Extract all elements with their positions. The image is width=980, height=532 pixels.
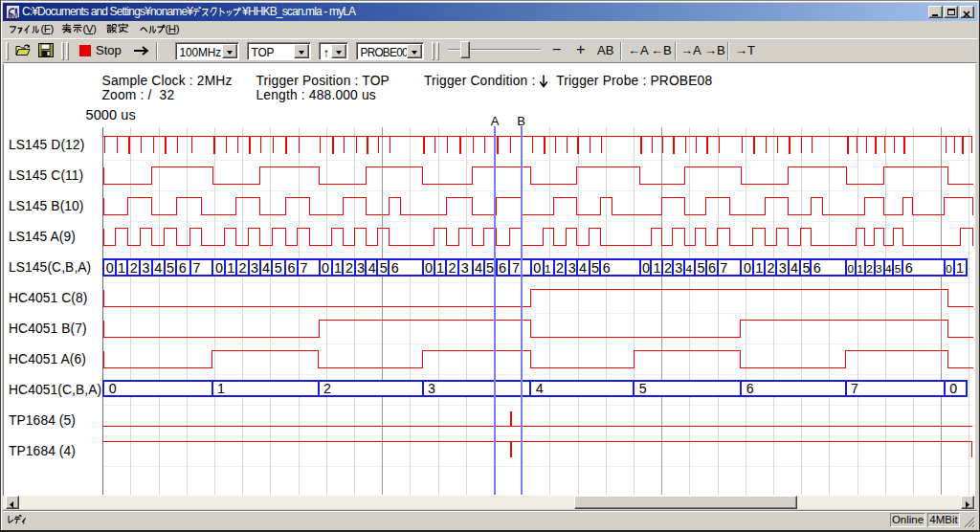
svg-text:4: 4 — [885, 262, 892, 276]
svg-text:2: 2 — [866, 262, 873, 276]
svg-text:3: 3 — [251, 260, 258, 276]
svg-text:4: 4 — [262, 260, 270, 276]
svg-text:2: 2 — [345, 260, 353, 276]
svg-text:0: 0 — [215, 260, 223, 276]
svg-text:7: 7 — [851, 381, 858, 396]
svg-text:B: B — [517, 114, 525, 128]
svg-text:0: 0 — [744, 260, 751, 276]
svg-text:6: 6 — [746, 381, 754, 396]
svg-text:4: 4 — [475, 260, 482, 276]
svg-text:1: 1 — [334, 260, 342, 276]
svg-text:6: 6 — [179, 260, 187, 276]
svg-text:2: 2 — [323, 381, 331, 396]
svg-text:1: 1 — [545, 262, 551, 276]
svg-text:4: 4 — [791, 260, 798, 276]
svg-text:2: 2 — [556, 260, 564, 276]
svg-text:0: 0 — [533, 260, 541, 276]
svg-text:2: 2 — [768, 260, 775, 276]
svg-text:2: 2 — [664, 260, 672, 276]
svg-text:0: 0 — [848, 262, 855, 276]
svg-text:3: 3 — [675, 260, 682, 276]
svg-text:0: 0 — [106, 260, 114, 276]
svg-text:0: 0 — [425, 260, 433, 276]
svg-text:5: 5 — [486, 260, 494, 276]
svg-text:6: 6 — [813, 260, 821, 276]
svg-text:3: 3 — [357, 260, 365, 276]
svg-text:2: 2 — [448, 260, 456, 276]
svg-text:3: 3 — [876, 262, 882, 276]
svg-text:1: 1 — [227, 260, 234, 276]
svg-text:0: 0 — [949, 381, 957, 396]
svg-text:4: 4 — [686, 262, 693, 276]
svg-text:7: 7 — [192, 260, 200, 276]
svg-text:6: 6 — [905, 260, 913, 276]
svg-text:0: 0 — [322, 260, 329, 276]
svg-text:1: 1 — [436, 260, 444, 276]
svg-text:1: 1 — [118, 260, 125, 276]
svg-text:1: 1 — [755, 260, 763, 276]
svg-text:0: 0 — [946, 262, 952, 276]
svg-text:2: 2 — [238, 260, 246, 276]
svg-text:7: 7 — [512, 260, 520, 276]
svg-text:3: 3 — [779, 260, 787, 276]
svg-text:1: 1 — [956, 260, 964, 276]
svg-text:4: 4 — [536, 381, 544, 396]
svg-text:1: 1 — [217, 381, 225, 396]
svg-text:5: 5 — [895, 262, 902, 276]
svg-text:6: 6 — [288, 260, 296, 276]
svg-text:5: 5 — [591, 260, 599, 276]
svg-text:5: 5 — [380, 260, 388, 276]
svg-text:3: 3 — [143, 260, 150, 276]
svg-text:6: 6 — [499, 260, 506, 276]
svg-text:6: 6 — [391, 260, 399, 276]
svg-text:4: 4 — [368, 260, 376, 276]
svg-text:3: 3 — [428, 381, 435, 396]
svg-text:A: A — [491, 114, 500, 128]
svg-text:5: 5 — [275, 260, 282, 276]
svg-text:0: 0 — [642, 260, 650, 276]
svg-text:5: 5 — [802, 260, 810, 276]
svg-text:3: 3 — [568, 260, 576, 276]
svg-text:2: 2 — [130, 260, 138, 276]
svg-text:1: 1 — [654, 260, 661, 276]
svg-text:5: 5 — [639, 381, 647, 396]
svg-text:6: 6 — [603, 260, 611, 276]
svg-text:7: 7 — [300, 260, 307, 276]
svg-text:5: 5 — [167, 260, 174, 276]
svg-text:0: 0 — [109, 381, 117, 396]
svg-text:1: 1 — [857, 262, 863, 276]
svg-text:3: 3 — [461, 260, 469, 276]
svg-text:4: 4 — [579, 260, 587, 276]
svg-text:5: 5 — [698, 260, 705, 276]
svg-text:7: 7 — [720, 260, 727, 276]
svg-text:6: 6 — [708, 260, 716, 276]
svg-text:4: 4 — [154, 260, 162, 276]
